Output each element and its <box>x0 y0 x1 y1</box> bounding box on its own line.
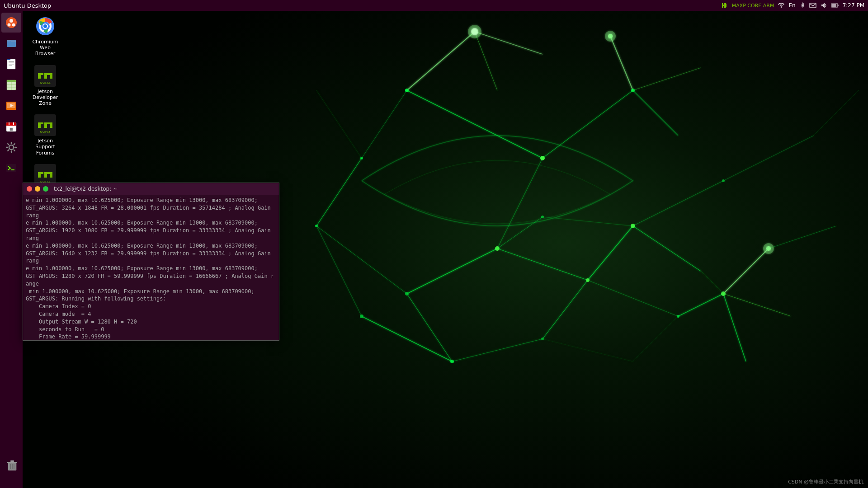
taskbar-left: Ubuntu Desktop <box>4 2 51 9</box>
sidebar-item-writer[interactable] <box>1 54 21 74</box>
svg-point-53 <box>450 360 454 363</box>
svg-point-42 <box>315 225 318 227</box>
network-icon[interactable] <box>778 2 785 9</box>
svg-text:▦: ▦ <box>9 127 13 131</box>
svg-rect-108 <box>7 462 17 463</box>
svg-point-67 <box>12 23 15 27</box>
svg-point-55 <box>541 216 544 218</box>
chromium-icon <box>34 15 56 37</box>
nvidia-label: MAXP CORE ARM <box>732 3 774 9</box>
svg-rect-63 <box>838 5 839 6</box>
desktop-icon-chromium[interactable]: ChromiumWebBrowser <box>27 14 63 59</box>
svg-point-39 <box>631 89 635 92</box>
taskbar-title: Ubuntu Desktop <box>4 2 51 9</box>
sidebar-dock: ▦ <box>0 11 23 488</box>
desktop-icon-nvidia-forums[interactable]: NVIDIA JetsonSupportForums <box>27 113 63 158</box>
taskbar: Ubuntu Desktop MAXP CORE ARM En <box>0 0 868 11</box>
trash-svg <box>6 459 19 472</box>
svg-point-54 <box>541 338 544 340</box>
svg-point-38 <box>540 156 545 160</box>
nvidia-forums-icon: NVIDIA <box>34 114 56 136</box>
svg-point-51 <box>360 157 363 160</box>
terminal-title: tx2_lei@tx2-desktop: ~ <box>54 186 118 192</box>
nvidia-forums-label: JetsonSupportForums <box>35 138 55 156</box>
svg-point-37 <box>405 89 409 92</box>
sidebar-item-files[interactable] <box>1 33 21 53</box>
desktop-icon-nvidia-developer[interactable]: NVIDIA JetsonDeveloperZone <box>27 63 63 108</box>
sidebar-item-impress[interactable] <box>1 96 21 116</box>
svg-point-40 <box>495 246 500 251</box>
svg-rect-91 <box>6 164 16 172</box>
terminal-minimize-btn[interactable] <box>35 186 40 192</box>
svg-rect-69 <box>7 42 16 47</box>
svg-point-57 <box>471 28 478 35</box>
svg-text:NVIDIA: NVIDIA <box>40 81 51 84</box>
terminal-titlebar: tx2_lei@tx2-desktop: ~ <box>23 183 279 195</box>
svg-point-90 <box>9 145 14 150</box>
terminal-window: tx2_lei@tx2-desktop: ~ e min 1.000000, m… <box>23 183 279 341</box>
svg-point-59 <box>763 243 774 254</box>
svg-point-44 <box>677 315 679 318</box>
nvidia-developer-icon: NVIDIA <box>34 65 56 87</box>
svg-point-43 <box>586 278 590 282</box>
battery-icon[interactable] <box>831 2 839 9</box>
sidebar-item-settings[interactable] <box>1 137 21 157</box>
svg-rect-60 <box>810 3 816 8</box>
nvidia-tray-icon[interactable] <box>721 2 728 9</box>
svg-text:NVIDIA: NVIDIA <box>40 131 51 134</box>
sidebar-item-calc[interactable] <box>1 75 21 95</box>
sidebar-item-home[interactable] <box>1 13 21 33</box>
sidebar-item-calendar[interactable]: ▦ <box>1 117 21 136</box>
mail-icon[interactable] <box>809 2 816 9</box>
trash-icon[interactable] <box>2 459 22 483</box>
svg-point-98 <box>43 24 47 28</box>
terminal-content: e min 1.000000, max 10.625000; Exposure … <box>26 197 276 340</box>
svg-point-66 <box>8 23 11 27</box>
terminal-maximize-btn[interactable] <box>43 186 48 192</box>
svg-point-45 <box>631 224 635 228</box>
svg-rect-109 <box>10 460 14 462</box>
svg-point-65 <box>9 19 13 23</box>
bluetooth-icon[interactable] <box>799 2 806 9</box>
watermark: CSDN @鲁棒最小二乘支持向量机 <box>788 479 863 485</box>
terminal-close-btn[interactable] <box>27 186 32 192</box>
svg-point-41 <box>405 292 409 296</box>
svg-point-52 <box>360 314 363 318</box>
svg-point-50 <box>721 291 726 296</box>
svg-rect-75 <box>7 59 10 60</box>
nvidia-developer-label: JetsonDeveloperZone <box>33 89 58 107</box>
svg-point-46 <box>722 179 725 182</box>
taskbar-right: MAXP CORE ARM En <box>721 2 864 9</box>
svg-point-58 <box>605 31 616 42</box>
chromium-label: ChromiumWebBrowser <box>32 39 58 57</box>
terminal-body[interactable]: e min 1.000000, max 10.625000; Exposure … <box>23 195 279 340</box>
svg-rect-62 <box>832 4 836 7</box>
volume-icon[interactable] <box>820 2 827 9</box>
language-indicator[interactable]: En <box>788 2 795 9</box>
svg-rect-86 <box>6 124 16 126</box>
sidebar-item-terminal[interactable] <box>1 158 21 178</box>
clock[interactable]: 7:27 PM <box>843 2 864 9</box>
